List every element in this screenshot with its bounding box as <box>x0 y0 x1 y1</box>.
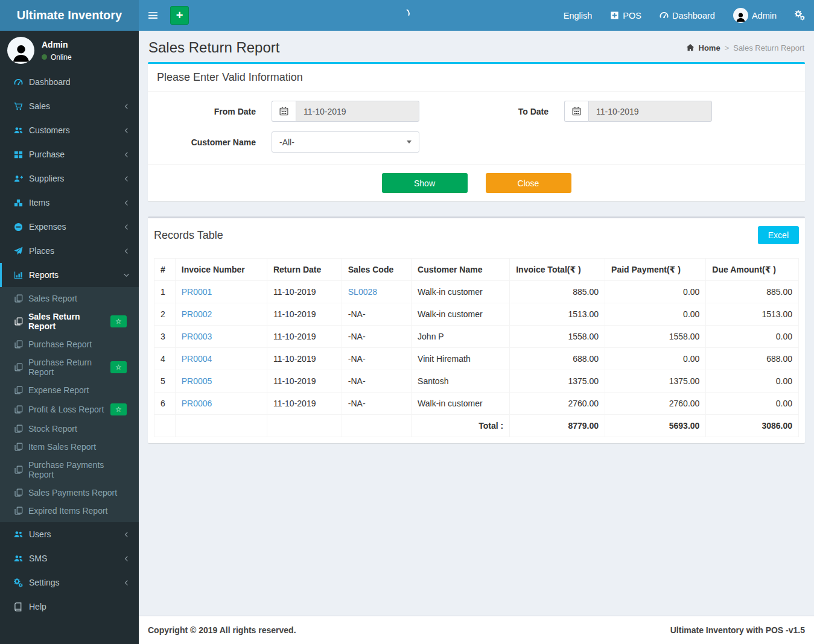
cart-icon <box>14 102 23 111</box>
favorite-badge[interactable]: ☆ <box>110 361 127 373</box>
table-row: 6 PR0006 11-10-2019 -NA- Walk-in custome… <box>154 393 799 415</box>
sidebar-item-expired-items-report[interactable]: Expired Items Report <box>0 502 139 520</box>
from-date-label: From Date <box>154 107 272 116</box>
breadcrumb: Home > Sales Return Report <box>686 43 805 52</box>
copy-icon <box>14 386 23 394</box>
users-icon <box>14 530 23 539</box>
totals-invoice-total: 8779.00 <box>510 415 605 437</box>
dashboard-icon <box>660 11 669 20</box>
from-date-group <box>272 101 419 122</box>
sidebar-item-expense-report[interactable]: Expense Report <box>0 381 139 399</box>
copy-icon <box>14 317 23 326</box>
chevron-left-icon <box>123 151 130 158</box>
pos-link[interactable]: POS <box>601 0 650 31</box>
records-panel: Records Table Excel # Invoice Number Ret… <box>148 216 805 443</box>
to-date-input[interactable] <box>588 101 712 122</box>
dashboard-link[interactable]: Dashboard <box>650 0 724 31</box>
sidebar-item-purchase-return-report[interactable]: Purchase Return Report☆ <box>0 353 139 381</box>
page-footer: Copyright © 2019 All rights reserved. Ul… <box>139 616 814 644</box>
sidebar: Admin Online Dashboard Sales Customers P… <box>0 31 139 644</box>
col-hash: # <box>154 259 176 281</box>
sidebar-item-dashboard[interactable]: Dashboard <box>0 70 139 94</box>
sidebar-item-items[interactable]: Items <box>0 191 139 215</box>
user-name: Admin <box>42 40 72 49</box>
sidebar-item-sales-return-report[interactable]: Sales Return Report☆ <box>0 308 139 335</box>
totals-paid-payment: 5693.00 <box>605 415 706 437</box>
copy-icon <box>14 425 23 433</box>
records-panel-title: Records Table <box>154 229 223 242</box>
sidebar-item-sales-report[interactable]: Sales Report <box>0 289 139 308</box>
copy-icon <box>14 507 23 515</box>
copy-icon <box>14 443 23 451</box>
sidebar-item-purchase[interactable]: Purchase <box>0 142 139 166</box>
book-icon <box>14 602 23 611</box>
cogs-icon <box>795 10 805 21</box>
sidebar-item-purchase-payments-report[interactable]: Purchase Payments Report <box>0 456 139 484</box>
totals-label: Total : <box>412 415 510 437</box>
sidebar-item-purchase-report[interactable]: Purchase Report <box>0 335 139 353</box>
user-menu[interactable]: Admin <box>724 0 786 31</box>
copy-icon <box>14 466 23 474</box>
to-date-label: To Date <box>419 107 564 116</box>
col-sales-code: Sales Code <box>342 259 411 281</box>
sidebar-item-stock-report[interactable]: Stock Report <box>0 420 139 438</box>
invoice-link[interactable]: PR0003 <box>182 332 212 341</box>
dashboard-icon <box>14 78 23 87</box>
sidebar-item-suppliers[interactable]: Suppliers <box>0 166 139 191</box>
hamburger-icon <box>148 10 158 21</box>
grid-icon <box>14 150 23 159</box>
sales-code-link[interactable]: SL0028 <box>348 287 377 297</box>
invoice-link[interactable]: PR0004 <box>182 354 212 364</box>
invoice-link[interactable]: PR0001 <box>182 287 212 297</box>
table-row: 1 PR0001 11-10-2019 SL0028 Walk-in custo… <box>154 281 799 303</box>
calendar-icon[interactable] <box>564 101 588 122</box>
favorite-badge[interactable]: ☆ <box>110 403 127 415</box>
version-text: Ultimate Inventory with POS -v1.5 <box>670 625 805 635</box>
excel-export-button[interactable]: Excel <box>758 226 799 244</box>
chevron-left-icon <box>123 224 130 230</box>
col-paid-payment: Paid Payment(₹ ) <box>605 259 706 281</box>
calendar-icon[interactable] <box>272 101 296 122</box>
sidebar-item-sales[interactable]: Sales <box>0 94 139 118</box>
sidebar-item-settings[interactable]: Settings <box>0 570 139 595</box>
invoice-link[interactable]: PR0006 <box>182 399 212 408</box>
col-invoice-number: Invoice Number <box>175 259 267 281</box>
sidebar-toggle-button[interactable] <box>139 0 167 31</box>
quick-add-button[interactable]: + <box>170 6 189 25</box>
sidebar-item-profit-loss-report[interactable]: Profit & Loss Report☆ <box>0 399 139 420</box>
invoice-link[interactable]: PR0005 <box>182 376 212 386</box>
favorite-badge[interactable]: ☆ <box>110 315 127 327</box>
totals-due-amount: 3086.00 <box>706 415 799 437</box>
main-content: Sales Return Report Home > Sales Return … <box>139 31 814 616</box>
settings-menu-button[interactable] <box>786 0 814 31</box>
sidebar-item-customers[interactable]: Customers <box>0 118 139 142</box>
sidebar-item-item-sales-report[interactable]: Item Sales Report <box>0 438 139 456</box>
sidebar-item-expenses[interactable]: Expenses <box>0 215 139 239</box>
sidebar-item-places[interactable]: Places <box>0 239 139 263</box>
bar-chart-icon <box>14 271 23 280</box>
close-button[interactable]: Close <box>486 173 571 193</box>
breadcrumb-home[interactable]: Home <box>699 43 720 52</box>
breadcrumb-separator: > <box>725 43 730 52</box>
language-menu[interactable]: English <box>555 0 602 31</box>
sidebar-item-users[interactable]: Users <box>0 522 139 546</box>
sidebar-item-reports[interactable]: Reports <box>0 263 139 287</box>
sidebar-item-sales-payments-report[interactable]: Sales Payments Report <box>0 484 139 502</box>
person-icon <box>10 42 32 64</box>
chevron-left-icon <box>123 200 130 206</box>
table-row: 5 PR0005 11-10-2019 -NA- Santosh 1375.00… <box>154 370 799 393</box>
copy-icon <box>14 363 23 371</box>
breadcrumb-current: Sales Return Report <box>733 43 804 52</box>
customer-select[interactable]: -All- <box>272 131 419 153</box>
show-button[interactable]: Show <box>382 173 468 193</box>
users-icon <box>14 554 23 563</box>
invoice-link[interactable]: PR0002 <box>182 309 212 319</box>
from-date-input[interactable] <box>296 101 419 122</box>
sidebar-item-help[interactable]: Help <box>0 595 139 619</box>
table-row: 3 PR0003 11-10-2019 -NA- John P 1558.00 … <box>154 326 799 348</box>
brand-logo[interactable]: Ultimate Inventory <box>0 0 139 31</box>
user-avatar <box>7 37 34 64</box>
sidebar-item-sms[interactable]: SMS <box>0 546 139 570</box>
chevron-left-icon <box>123 103 130 110</box>
users-icon <box>14 126 23 135</box>
